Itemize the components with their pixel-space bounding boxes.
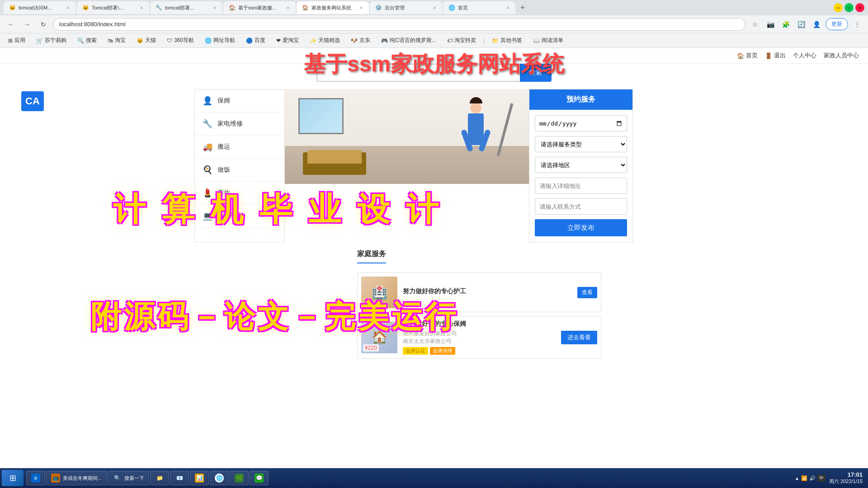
tab-4[interactable]: 🏠 基于ssm家政服... × [223, 1, 296, 14]
service-card-2[interactable]: 🏠 ¥220 努力做好你的专心保姆 徐州最友好的家政公司 南京太太乐家政公司 金… [357, 316, 601, 359]
address-bar[interactable] [53, 18, 745, 31]
extensions-button[interactable]: 🧩 [779, 18, 792, 31]
chrome-icon: 🌐 [215, 474, 224, 483]
bookmark-aitaobao[interactable]: ❤ 爱淘宝 [273, 36, 302, 45]
tab-6-close[interactable]: × [432, 5, 437, 11]
tab-7[interactable]: 🌐 首页 × [443, 1, 515, 14]
tab-1[interactable]: 🐱 tomcat访问M... × [4, 1, 76, 14]
sidebar-item-baomu[interactable]: 👤 保姆 [195, 89, 284, 113]
booking-service-field: 请选择服务类型 保姆家电维修搬运做饭美妆数码维修 [535, 136, 627, 152]
service-card-2-badges: 金牌认证 金牌保障 [403, 347, 556, 355]
sidebar-item-jiadianweixiu-label: 家电维修 [217, 120, 243, 128]
taskbar-ie[interactable]: e [26, 471, 45, 485]
tray-arrow-icon[interactable]: ▲ [795, 476, 799, 481]
service-title: 家庭服务 [357, 246, 386, 263]
meizhuang-icon: 💄 [202, 188, 213, 198]
maximize-button[interactable]: □ [844, 3, 854, 12]
service-card-2-btn[interactable]: 进去看看 [561, 331, 597, 344]
tab-2[interactable]: 🐱 Tomcat部署\... × [77, 1, 149, 14]
profile-link[interactable]: 个人中心 [793, 52, 816, 60]
search-button[interactable]: 搜索 [520, 64, 552, 82]
booking-region-select[interactable]: 请选择地区 北京上海南京徐州 [535, 157, 627, 173]
forward-button[interactable]: → [21, 18, 33, 31]
booking-address-input[interactable] [535, 178, 627, 194]
taskbar-chart[interactable]: 📊 [190, 471, 209, 485]
site-header: 🏠 首页 🚪 退出 个人中心 家政人员中心 [0, 48, 868, 64]
aitaobao-icon: ❤ [276, 38, 281, 44]
tray-ime-icon: 中 [817, 474, 826, 482]
bookmark-tianmao[interactable]: 😺 天猫 [133, 36, 160, 45]
bookmark-360[interactable]: 🛡 360导航 [163, 36, 198, 45]
start-button[interactable]: ⊞ [2, 470, 24, 486]
new-tab-button[interactable]: + [516, 1, 529, 14]
bookmark-wangzhi[interactable]: 🌐 网址导航 [201, 36, 239, 45]
bookmark-baidu[interactable]: 🔵 百度 [242, 36, 269, 45]
taskbar-search[interactable]: 🔍 搜索一下 [108, 471, 149, 485]
tabs-container: 🐱 tomcat访问M... × 🐱 Tomcat部署\... × 🔧 tomc… [4, 1, 834, 14]
bookmark-game[interactable]: 🎮 纯C语言的俄罗斯... [377, 36, 440, 45]
sidebar: 👤 保姆 🔧 家电维修 🚚 搬运 🍳 做饭 [194, 89, 285, 242]
bookmark-tianmaojingxuan[interactable]: ✨ 天猫精选 [306, 36, 344, 45]
service-title-wrap: 家庭服务 [357, 242, 601, 272]
person-head [470, 102, 481, 113]
badge-protect: 金牌保障 [430, 347, 455, 355]
bookmark-other[interactable]: 📁 其他书签 [488, 36, 526, 45]
sidebar-item-banyun[interactable]: 🚚 搬运 [195, 136, 284, 159]
service-card-1[interactable]: 🏥 努力做好你的专心护工 查看 [357, 272, 601, 312]
tab-6[interactable]: ⚙️ 后台管理 × [370, 1, 442, 14]
taskbar-folder[interactable]: 📁 [150, 471, 169, 485]
sidebar-item-shumaweixiu[interactable]: 💻 数码维修 [195, 205, 284, 228]
windows-logo-icon: ⊞ [9, 473, 16, 483]
booking-header[interactable]: 预约服务 [529, 89, 632, 110]
screenshot-button[interactable]: 📷 [764, 18, 777, 31]
tab-5-close[interactable]: × [359, 5, 363, 11]
tab-2-icon: 🐱 [82, 5, 89, 11]
menu-button[interactable]: ⋮ [851, 18, 863, 31]
bookmark-star-button[interactable]: ☆ [749, 18, 761, 31]
sidebar-item-meizhuang[interactable]: 💄 美妆 [195, 182, 284, 205]
sync-button[interactable]: 🔄 [795, 18, 807, 31]
tab-2-close[interactable]: × [139, 5, 144, 11]
update-button[interactable]: 更新 [826, 18, 848, 30]
tab-7-label: 首页 [458, 5, 503, 11]
mail-icon: 📧 [175, 474, 184, 483]
sidebar-item-jiadianweixiu[interactable]: 🔧 家电维修 [195, 113, 284, 136]
minimize-button[interactable]: ─ [834, 3, 843, 12]
tab-7-close[interactable]: × [505, 5, 510, 11]
bookmark-suning[interactable]: 🛒 苏宁易购 [33, 36, 70, 45]
service-card-1-btn[interactable]: 查看 [577, 287, 597, 298]
logout-link[interactable]: 🚪 退出 [765, 52, 786, 60]
bookmark-jd[interactable]: 🐶 京东 [347, 36, 374, 45]
ie-icon: e [31, 474, 40, 483]
home-link[interactable]: 🏠 首页 [737, 52, 758, 60]
my-nanny-link[interactable]: 家政人员中心 [824, 52, 859, 60]
refresh-button[interactable]: ↻ [37, 18, 50, 31]
booking-service-select[interactable]: 请选择服务类型 保姆家电维修搬运做饭美妆数码维修 [535, 136, 627, 152]
search-input[interactable] [316, 64, 520, 82]
back-button[interactable]: ← [5, 18, 17, 31]
tab-5-active[interactable]: 🏠 家政服务网站系统 × [297, 1, 369, 14]
tab-5-icon: 🏠 [302, 5, 309, 11]
sidebar-item-zuofan[interactable]: 🍳 做饭 [195, 159, 284, 182]
bookmark-readlist[interactable]: 📖 阅读清单 [529, 36, 567, 45]
bookmark-taobaotemai[interactable]: 🏷 淘宝特卖 [443, 36, 480, 45]
taskbar-chrome[interactable]: 🌐 [210, 471, 229, 485]
tab-3[interactable]: 🔧 tomcat部署... × [150, 1, 222, 14]
tab-1-close[interactable]: × [66, 5, 71, 11]
taskbar-app-text[interactable]: 📺 美或在冬爽期间... [46, 471, 107, 485]
booking-date-input[interactable] [535, 115, 627, 131]
bookmark-apps[interactable]: ⊞ 应用 [5, 36, 29, 45]
bookmark-search[interactable]: 🔍 搜索 [74, 36, 100, 45]
taskbar-green[interactable]: 🌿 [230, 471, 249, 485]
account-button[interactable]: 👤 [810, 18, 823, 31]
taskbar-wechat[interactable]: 💬 [250, 471, 269, 485]
bookmark-taobao[interactable]: 🛍 淘宝 [104, 36, 129, 45]
taskbar-mail[interactable]: 📧 [170, 471, 189, 485]
tab-4-close[interactable]: × [286, 5, 290, 11]
booking-contact-input[interactable] [535, 198, 627, 215]
booking-submit-button[interactable]: 立即发布 [535, 219, 627, 236]
360-icon: 🛡 [167, 38, 172, 44]
green-app-icon: 🌿 [235, 474, 244, 483]
tab-3-close[interactable]: × [212, 5, 217, 11]
close-button[interactable]: × [855, 3, 864, 12]
